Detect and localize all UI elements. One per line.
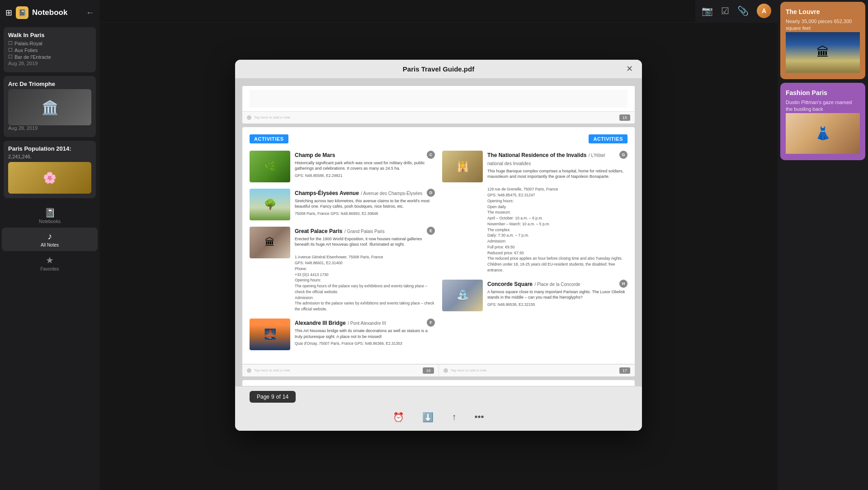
pdf-page-main: ACTIVITIES ACTIVITIES 🌿: [242, 127, 635, 376]
checklist-item-3: ☐Bar de l'Entracte: [8, 54, 91, 60]
download-button[interactable]: ⬇️: [422, 412, 434, 423]
note-title-paris: Paris Population 2014:: [8, 145, 91, 152]
left-sidebar: ⊞ 📓 Notebook ← Walk In Paris ☐Palais-Roy…: [0, 0, 99, 490]
concorde-badge: H: [619, 280, 627, 288]
activities-grid: 🌿 Champ de Mars C: [250, 151, 627, 357]
back-icon[interactable]: ←: [86, 8, 94, 18]
user-avatar[interactable]: A: [757, 4, 771, 18]
sidebar-item-notebooks[interactable]: 📓 Notebooks: [2, 204, 98, 228]
champ-img: 🌿: [250, 151, 290, 182]
alexandre-img: 🌉: [250, 319, 290, 350]
invalides-image: 🕌: [442, 151, 483, 182]
paperclip-icon[interactable]: 📎: [737, 5, 749, 16]
pdf-page-partial-top: Tap here to add a note 15: [242, 86, 635, 124]
activities-left-col: 🌿 Champ de Mars C: [250, 151, 435, 357]
alexandre-badge: F: [427, 319, 435, 327]
activity-concorde: ⛲ Concorde Square / Place de la Concorde: [442, 280, 627, 311]
main-content: Paris Travel Guide.pdf ✕ Tap here to add…: [99, 0, 778, 490]
sidebar-note-walk-in-paris[interactable]: Walk In Paris ☐Palais-Royal ☐Aux Folies …: [4, 27, 96, 72]
alexandre-subtitle: / Pont Alexandre III: [348, 321, 386, 326]
camera-icon[interactable]: 📷: [702, 5, 713, 16]
champs-img: 🌳: [250, 189, 290, 220]
arc-thumbnail: 🏛️: [8, 89, 91, 125]
louvre-img-visual: 🏛: [786, 32, 860, 73]
concorde-img: ⛲: [442, 280, 483, 311]
sidebar-note-paris[interactable]: Paris Population 2014: 2,241,246. 🌸: [4, 141, 96, 198]
favorites-label: Favorites: [40, 266, 59, 271]
champ-de-mars-image: 🌿: [250, 151, 290, 182]
top-toolbar: 📷 ☑ 📎 A: [695, 0, 778, 22]
grand-palais-name: Great Palace Paris: [295, 228, 342, 234]
activity-champs-elysees: 🌳 Champs-Élysées Avenue / Avenue des Cha…: [250, 189, 435, 220]
louvre-desc: Nearly 35,000 pieces 652,300 square feet: [786, 18, 860, 32]
page-footer-15: Tap here to add a note 15: [242, 111, 635, 124]
invalides-img: 🕌: [442, 151, 483, 182]
all-notes-icon: ♪: [47, 231, 52, 242]
close-button[interactable]: ✕: [624, 63, 635, 74]
champ-desc: Historically significant park which was …: [295, 160, 435, 171]
modal-overlay: Paris Travel Guide.pdf ✕ Tap here to add…: [99, 0, 778, 490]
share-button[interactable]: ↑: [452, 412, 456, 423]
more-icon: •••: [474, 412, 484, 422]
page-indicator-row: Page 9 of 14: [242, 391, 635, 404]
fashion-desc: Dustin Pittman's gaze roamed the bustlin…: [786, 99, 860, 113]
activity-alexandre: 🌉 Alexandre III Bridge / Pont Alexandre …: [250, 319, 435, 350]
activities-right-col: 🕌 The National Residence of the Invalids…: [442, 151, 627, 357]
right-card-fashion[interactable]: Fashion Paris Dustin Pittman's gaze roam…: [780, 83, 865, 160]
champ-info: Champ de Mars C Historically significant…: [295, 151, 435, 182]
check-icon[interactable]: ☑: [721, 5, 729, 16]
fashion-image: 👗: [786, 113, 860, 154]
modal-footer: Page 9 of 14 ⏰ ⬇️ ↑: [235, 386, 642, 431]
invalides-meta: 129 rue de Grenelle, 75007 Paris, France…: [487, 181, 627, 273]
notebooks-icon: 📓: [44, 207, 56, 218]
concorde-title-row: Concorde Square / Place de la Concorde H: [487, 280, 627, 288]
note-date-arc: Aug 28, 2019: [8, 125, 91, 131]
right-card-louvre[interactable]: The Louvre Nearly 35,000 pieces 652,300 …: [780, 2, 865, 79]
pdf-content[interactable]: Tap here to add a note 15 ACTIVITIES ACT…: [235, 79, 642, 386]
paris-thumbnail: 🌸: [8, 162, 91, 194]
activity-invalides: 🕌 The National Residence of the Invalids…: [442, 151, 627, 273]
invalides-badge: G: [619, 151, 627, 159]
activity-grand-palais: 🏛 Great Palace Paris / Grand Palais Pari…: [250, 227, 435, 312]
champs-desc: Stretching across two kilometres, this a…: [295, 198, 435, 209]
note-items: ☐Palais-Royal ☐Aux Folies ☐Bar de l'Entr…: [8, 40, 91, 60]
note-date-walkinparis: Aug 28, 2019: [8, 61, 91, 66]
reminder-button[interactable]: ⏰: [393, 412, 404, 423]
sidebar-note-arc[interactable]: Arc De Triomphe 🏛️ Aug 28, 2019: [4, 76, 96, 137]
concorde-image: ⛲: [442, 280, 483, 311]
activities-header: ACTIVITIES ACTIVITIES: [250, 134, 627, 143]
page-number-16: 16: [423, 367, 434, 374]
louvre-title: The Louvre: [786, 8, 860, 15]
invalides-info: The National Residence of the Invalids /…: [487, 151, 627, 273]
champs-badge: D: [427, 189, 435, 197]
champ-badge: C: [427, 151, 435, 159]
sidebar-item-favorites[interactable]: ★ Favorites: [2, 251, 98, 275]
grand-palais-img: 🏛: [250, 227, 290, 258]
concorde-meta: GPS: N48.86538, E2.32155: [487, 302, 627, 308]
sidebar-header: ⊞ 📓 Notebook ←: [0, 0, 99, 25]
champ-title-row: Champ de Mars C: [295, 151, 435, 159]
alexandre-title-row: Alexandre III Bridge / Pont Alexandre II…: [295, 319, 435, 327]
pdf-page-next: ACTIVITIES ACTIVITIES: [242, 380, 635, 386]
more-button[interactable]: •••: [474, 412, 484, 423]
grand-palais-desc: Erected for the 1900 World Exposition, i…: [295, 236, 435, 247]
concorde-info: Concorde Square / Place de la Concorde H…: [487, 280, 627, 311]
sidebar-item-all-notes[interactable]: ♪ All Notes: [2, 228, 98, 251]
grand-palais-subtitle: / Grand Palais Paris: [344, 229, 385, 234]
note-title-arc: Arc De Triomphe: [8, 81, 91, 87]
footer-annotation-16: Tap here to add a note: [247, 367, 290, 374]
activity-champ-de-mars: 🌿 Champ de Mars C: [250, 151, 435, 182]
grand-palais-image: 🏛: [250, 227, 290, 258]
page-section: ACTIVITIES ACTIVITIES 🌿: [242, 127, 635, 364]
invalides-desc: This huge Baroque complex comprises a ho…: [487, 168, 627, 180]
alexandre-info: Alexandre III Bridge / Pont Alexandre II…: [295, 319, 435, 350]
page-footer-16: Tap here to add a note 16: [242, 364, 439, 376]
checklist-item-1: ☐Palais-Royal: [8, 40, 91, 46]
footer-annotation-17: Tap here to add a note: [443, 367, 487, 374]
champs-meta: 75008 Paris, France GPS: N48.86950, E2.3…: [295, 211, 435, 217]
annotation-dot: [247, 115, 251, 120]
invalides-name: The National Residence of the Invalids: [487, 152, 586, 158]
right-sidebar: The Louvre Nearly 35,000 pieces 652,300 …: [778, 0, 868, 490]
pdf-modal: Paris Travel Guide.pdf ✕ Tap here to add…: [235, 60, 642, 431]
grid-icon[interactable]: ⊞: [5, 8, 12, 18]
